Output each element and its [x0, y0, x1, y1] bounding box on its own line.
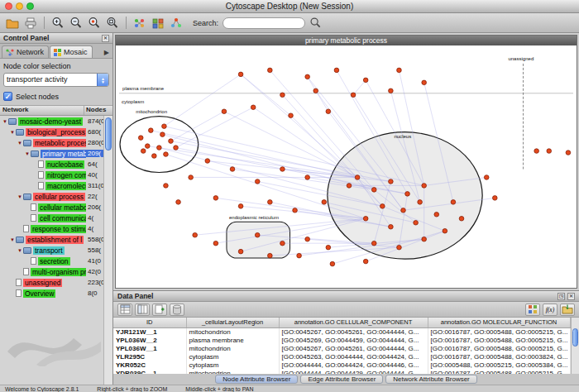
tree-row[interactable]: ▼cellular process22(: [0, 191, 112, 202]
network-node[interactable]: [355, 175, 360, 180]
network-node[interactable]: [255, 179, 260, 184]
network-node[interactable]: [313, 88, 318, 93]
network-node[interactable]: [371, 188, 376, 193]
network-node[interactable]: [422, 80, 427, 85]
tab-mosaic[interactable]: Mosaic: [50, 45, 93, 58]
open-session-button[interactable]: [4, 15, 21, 31]
cell-molecular[interactable]: [GO:0016787, GO:0005488, GO:0003824, G..…: [428, 352, 570, 361]
network-node[interactable]: [547, 149, 552, 154]
network-node[interactable]: [160, 132, 165, 137]
title-bar[interactable]: Cytoscape Desktop (New Session): [0, 0, 579, 13]
table-scrollbar[interactable]: [571, 318, 579, 374]
tree-row[interactable]: nitrogen compo40(: [0, 170, 112, 180]
tree-row[interactable]: nucleobase64(: [0, 159, 112, 170]
tree-row[interactable]: cell communicat4(: [0, 213, 112, 223]
tab-network[interactable]: Network: [2, 45, 49, 58]
cell-region[interactable]: mitochondrion: [186, 344, 279, 352]
network-node[interactable]: [280, 241, 285, 246]
network-node[interactable]: [566, 151, 571, 155]
cell-cellular[interactable]: [GO:0045269, GO:0044459, GO:0044444, G..…: [279, 336, 428, 344]
network-node[interactable]: [484, 175, 489, 180]
expander-icon[interactable]: ▼: [9, 130, 16, 135]
close-window-button[interactable]: [5, 2, 12, 10]
network-node[interactable]: [326, 245, 331, 250]
network-node[interactable]: [164, 184, 169, 189]
cell-region[interactable]: plasma membrane: [186, 336, 279, 344]
column-header-id[interactable]: ID: [113, 318, 186, 327]
cell-cellular[interactable]: [GO:0045267, GO:0045261, GO:0044444, G..…: [279, 344, 428, 352]
table-row[interactable]: YKR052Ccytoplasm[GO:0044444, GO:0044424,…: [113, 361, 570, 369]
tree-row[interactable]: ▼biological_process680(: [0, 127, 112, 137]
network-node[interactable]: [174, 146, 179, 151]
network-node[interactable]: [255, 232, 260, 237]
network-node[interactable]: [289, 113, 294, 118]
cell-molecular[interactable]: [GO:0016787, GO:0005488, GO:0005215, G..…: [428, 369, 570, 374]
zoom-in-button[interactable]: [50, 15, 66, 31]
cell-cellular[interactable]: [GO:0044444, GO:0044424, GO:0044446, G..…: [279, 361, 428, 369]
cell-id[interactable]: YLR295C: [113, 352, 186, 361]
table-row[interactable]: YPL036W__1mitochondrion[GO:0045267, GO:0…: [113, 344, 570, 352]
cell-region[interactable]: mitochondrion: [186, 327, 279, 336]
network-node[interactable]: [268, 200, 273, 205]
cell-region[interactable]: cytoplasm: [186, 352, 279, 361]
cell-region[interactable]: mitochondrion: [186, 369, 279, 374]
column-header-molecular-function[interactable]: annotation.GO MOLECULAR_FUNCTION: [428, 318, 570, 327]
tree-row[interactable]: unassigned223(0: [0, 277, 112, 288]
network-node[interactable]: [371, 241, 376, 246]
cell-cellular[interactable]: [GO:0045267, GO:0045261, GO:0044444, G..…: [279, 327, 428, 336]
network-node[interactable]: [176, 200, 181, 205]
cell-molecular[interactable]: [GO:0005488, GO:0005215, GO:0005384, G..…: [428, 361, 570, 369]
network-node[interactable]: [326, 109, 331, 114]
table-row[interactable]: YJR121W__1mitochondrion[GO:0045267, GO:0…: [113, 327, 570, 336]
tree-row[interactable]: ▼establishment of l558(0: [0, 234, 112, 245]
cell-cellular[interactable]: [GO:0045263, GO:0044444, GO:0044424, G..…: [279, 352, 428, 361]
expander-icon[interactable]: ▼: [17, 194, 23, 199]
tree-column-network[interactable]: Network: [0, 106, 84, 115]
delete-attribute-button[interactable]: [170, 304, 184, 316]
cell-molecular[interactable]: [GO:0016787, GO:0005488, GO:0005215, G..…: [428, 344, 570, 352]
network-node[interactable]: [363, 78, 368, 83]
network-node[interactable]: [389, 179, 394, 184]
zoom-selected-button[interactable]: [86, 15, 103, 31]
import-attributes-button[interactable]: [560, 304, 575, 316]
zoom-fit-button[interactable]: [104, 15, 121, 31]
tree-scrollbar[interactable]: [103, 116, 112, 385]
expander-icon[interactable]: ▼: [17, 141, 23, 146]
table-row[interactable]: YLR295Ccytoplasm[GO:0045263, GO:0044444,…: [113, 352, 570, 361]
network-node[interactable]: [401, 208, 406, 213]
cell-id[interactable]: YPL036W__1: [113, 344, 186, 352]
minimize-window-button[interactable]: [16, 2, 23, 10]
zoom-window-button[interactable]: [26, 2, 34, 10]
network-node[interactable]: [397, 68, 402, 73]
unselect-attributes-button[interactable]: [135, 304, 150, 316]
cell-id[interactable]: YPL036W__2: [113, 336, 186, 344]
network-node[interactable]: [405, 192, 410, 197]
tree-row[interactable]: ▼mosaic-demo-yeast874(0: [0, 116, 112, 127]
network-node[interactable]: [238, 72, 243, 77]
print-button[interactable]: [22, 15, 39, 31]
network-node[interactable]: [189, 175, 194, 180]
zoom-out-button[interactable]: [68, 15, 84, 31]
cell-molecular[interactable]: [GO:0016787, GO:0005488, GO:0005215, G..…: [428, 336, 570, 344]
network-node[interactable]: [213, 196, 218, 201]
network-node[interactable]: [322, 200, 327, 205]
network-node[interactable]: [422, 237, 427, 241]
network-node[interactable]: [164, 152, 169, 157]
network-node[interactable]: [380, 204, 385, 209]
tab-scroll-right-icon[interactable]: ▶: [104, 49, 111, 58]
table-row[interactable]: YDR039C__1mitochondrion[GO:0044444, GO:0…: [113, 369, 570, 374]
network-node[interactable]: [305, 175, 310, 180]
select-nodes-checkbox[interactable]: ✓: [3, 92, 12, 101]
color-attribute-dropdown[interactable]: transporter activity ▲▼: [3, 73, 109, 87]
network-node[interactable]: [389, 224, 394, 229]
network-node[interactable]: [193, 232, 198, 237]
network-node[interactable]: [418, 200, 423, 205]
tree-row[interactable]: cellular metabo206(: [0, 202, 112, 213]
tab-node-attribute-browser[interactable]: Node Attribute Browser: [215, 375, 298, 384]
scrollbar-thumb[interactable]: [105, 117, 112, 151]
annotation-button[interactable]: [168, 15, 184, 31]
network-node[interactable]: [397, 245, 402, 250]
search-input[interactable]: [223, 17, 305, 29]
network-graph[interactable]: plasma membranecytoplasmmitochondrionnuc…: [116, 45, 577, 288]
network-node[interactable]: [213, 241, 218, 246]
